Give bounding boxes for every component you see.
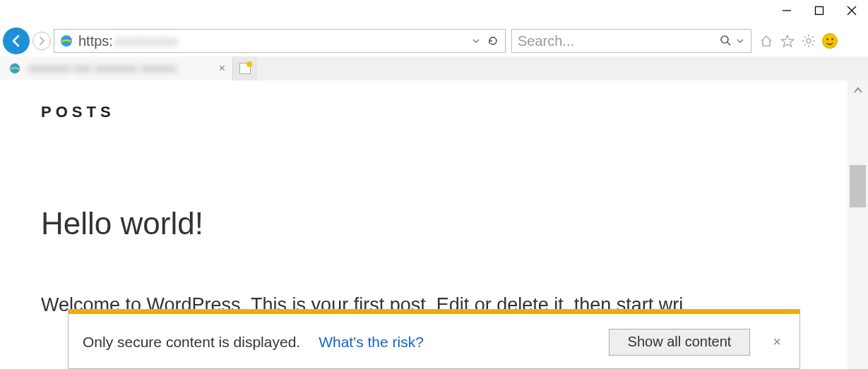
post-title[interactable]: Hello world! (41, 206, 807, 241)
refresh-icon[interactable] (487, 35, 499, 47)
scroll-up-button[interactable] (848, 80, 868, 100)
search-dropdown-icon[interactable] (737, 37, 744, 44)
settings-gear-icon[interactable] (801, 33, 816, 49)
scrollbar-thumb[interactable] (850, 165, 866, 207)
tab-close-button[interactable]: × (219, 62, 225, 75)
address-scheme: https: (78, 33, 113, 49)
address-dropdown-icon[interactable] (472, 37, 480, 44)
maximize-button[interactable] (803, 0, 836, 21)
notification-message: Only secure content is displayed. (83, 334, 300, 351)
show-all-content-button[interactable]: Show all content (609, 329, 751, 356)
security-notification-bar: Only secure content is displayed. What's… (68, 309, 800, 369)
ie-logo-icon (59, 33, 74, 49)
notification-close-button[interactable]: × (768, 334, 785, 350)
svg-line-12 (804, 37, 806, 38)
svg-line-15 (812, 37, 814, 38)
new-tab-icon (239, 63, 251, 74)
svg-line-13 (812, 44, 814, 46)
active-tab[interactable]: xxxxxxx xxx xxxxxxx xxxxxx × (0, 56, 233, 80)
search-bar[interactable]: Search... (511, 29, 751, 53)
close-window-button[interactable] (836, 0, 868, 21)
search-icon[interactable] (720, 35, 732, 47)
forward-button[interactable] (32, 32, 51, 50)
section-heading: POSTS (41, 103, 807, 121)
vertical-scrollbar[interactable] (848, 80, 868, 369)
home-icon[interactable] (759, 33, 774, 49)
svg-point-7 (807, 39, 811, 43)
new-tab-button[interactable] (233, 56, 257, 80)
svg-line-14 (804, 44, 806, 46)
svg-point-5 (721, 36, 728, 43)
tab-title-blurred: xxxxxxx xxx xxxxxxx xxxxxx (28, 61, 213, 75)
feedback-smiley-icon[interactable] (822, 33, 838, 49)
tab-strip: xxxxxxx xxx xxxxxxx xxxxxx × (0, 56, 868, 80)
favorites-icon[interactable] (780, 33, 795, 49)
search-placeholder: Search... (512, 33, 720, 49)
browser-toolbar: https: xxxxxxxxx Search... (0, 27, 868, 55)
address-host-blurred: xxxxxxxxx (114, 33, 178, 49)
svg-rect-1 (816, 7, 824, 15)
back-button[interactable] (3, 28, 30, 54)
minimize-button[interactable] (771, 0, 803, 21)
notification-risk-link[interactable]: What's the risk? (319, 334, 424, 351)
address-bar[interactable]: https: xxxxxxxxx (54, 29, 506, 53)
window-controls (771, 0, 868, 21)
svg-line-6 (727, 42, 730, 45)
toolbar-icons (759, 33, 838, 49)
tab-favicon-icon (7, 61, 23, 76)
